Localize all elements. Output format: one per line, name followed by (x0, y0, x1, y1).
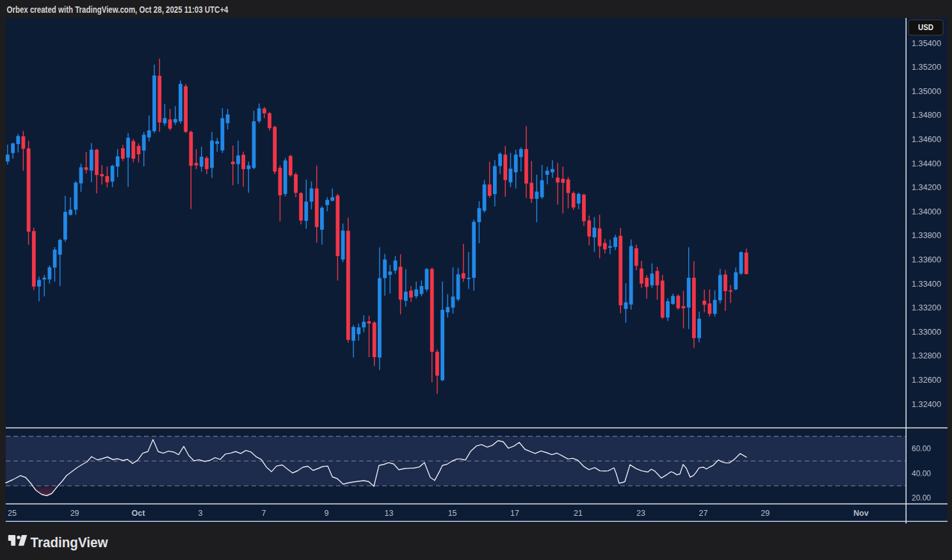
svg-text:1.34200: 1.34200 (912, 183, 941, 192)
svg-text:TradingView: TradingView (31, 534, 109, 550)
svg-text:1.32800: 1.32800 (912, 351, 941, 360)
svg-text:17: 17 (510, 509, 519, 518)
svg-text:15: 15 (448, 509, 457, 518)
svg-text:1.33600: 1.33600 (912, 255, 941, 264)
svg-text:Nov: Nov (853, 509, 869, 518)
svg-text:20.00: 20.00 (912, 493, 931, 502)
svg-text:1.35200: 1.35200 (912, 63, 941, 72)
svg-text:9: 9 (325, 509, 329, 518)
svg-text:29: 29 (70, 509, 79, 518)
svg-text:1.34000: 1.34000 (912, 207, 941, 216)
svg-text:1.35400: 1.35400 (912, 39, 941, 48)
svg-text:40.00: 40.00 (912, 469, 931, 478)
svg-text:13: 13 (385, 509, 394, 518)
svg-text:1.33800: 1.33800 (912, 231, 941, 240)
svg-text:25: 25 (8, 509, 17, 518)
svg-text:USD: USD (918, 23, 933, 32)
svg-text:1.33400: 1.33400 (912, 280, 941, 289)
svg-text:1.35000: 1.35000 (912, 87, 941, 96)
svg-text:1.32600: 1.32600 (912, 376, 941, 385)
svg-text:1.34600: 1.34600 (912, 135, 941, 144)
svg-text:7: 7 (262, 509, 266, 518)
svg-text:1.33000: 1.33000 (912, 328, 941, 337)
svg-text:3: 3 (198, 509, 203, 518)
svg-text:Orbex created with TradingView: Orbex created with TradingView.com, Oct … (7, 4, 229, 15)
svg-text:60.00: 60.00 (912, 444, 931, 453)
svg-text:Oct: Oct (132, 509, 146, 518)
svg-text:1.34400: 1.34400 (912, 159, 941, 168)
svg-text:1.32400: 1.32400 (912, 400, 941, 409)
svg-text:1.33200: 1.33200 (912, 303, 941, 312)
svg-text:29: 29 (761, 509, 770, 518)
svg-text:27: 27 (698, 509, 707, 518)
svg-text:23: 23 (636, 509, 645, 518)
svg-text:21: 21 (574, 509, 583, 518)
svg-text:1.34800: 1.34800 (912, 111, 941, 120)
